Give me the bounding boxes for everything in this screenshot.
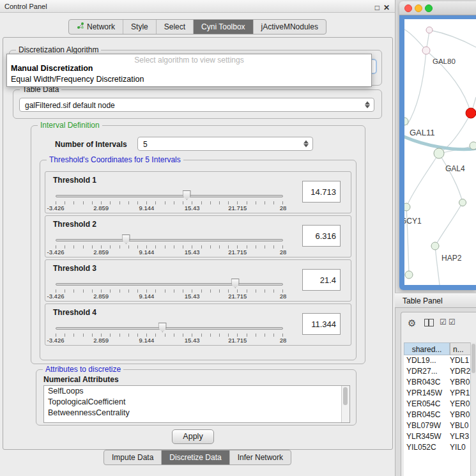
- tick-label: 28: [280, 337, 287, 344]
- tick-label: 15.43: [185, 337, 200, 344]
- slider-track[interactable]: [56, 327, 283, 330]
- slider-thumb[interactable]: [183, 190, 191, 200]
- table-row[interactable]: YIL052C YIL0: [404, 442, 472, 453]
- threshold-4-value-field[interactable]: 11.344: [302, 313, 341, 335]
- threshold-2-value-field[interactable]: 6.316: [302, 225, 341, 247]
- cell-shared-name: YER054C: [404, 399, 447, 410]
- slider-tick-labels: -3.426 2.859 9.144 15.43 21.715 28: [56, 204, 283, 211]
- tab-discretize-data[interactable]: Discretize Data: [162, 450, 229, 464]
- table-scrollbar[interactable]: [470, 342, 476, 476]
- cell-shared-name: YIL052C: [404, 442, 447, 453]
- slider-track[interactable]: [56, 239, 283, 242]
- tab-network[interactable]: Network: [69, 20, 123, 34]
- node[interactable]: [426, 27, 433, 33]
- float-window-icon[interactable]: □: [375, 1, 380, 14]
- scrollbar-thumb[interactable]: [472, 344, 475, 373]
- table-row[interactable]: YBR043C YBR0: [404, 377, 472, 388]
- table-row[interactable]: YER054C YER0: [404, 399, 472, 410]
- tab-impute-data[interactable]: Impute Data: [104, 450, 162, 464]
- list-item[interactable]: BetweennessCentrality: [44, 408, 349, 418]
- network-window-titlebar[interactable]: [399, 1, 476, 15]
- node-hap2[interactable]: [431, 242, 439, 250]
- node-label-gal4: GAL4: [445, 164, 465, 173]
- tick-label: 9.144: [139, 249, 155, 256]
- highlighted-edge[interactable]: [404, 135, 476, 150]
- table-row[interactable]: YLR345W YLR3: [404, 431, 472, 442]
- slider-track[interactable]: [56, 195, 283, 197]
- gear-icon[interactable]: ⚙: [408, 318, 416, 329]
- table-panel-header[interactable]: Table Panel: [395, 293, 476, 308]
- number-of-intervals-label: Number of Intervals: [55, 140, 127, 149]
- node-gcy1[interactable]: [404, 203, 410, 211]
- cell-name: YBR0: [447, 377, 472, 388]
- threshold-1-slider[interactable]: [56, 190, 283, 201]
- columns-icon[interactable]: [424, 319, 434, 326]
- node[interactable]: [405, 271, 413, 279]
- tick-label: 21.715: [228, 204, 247, 211]
- threshold-4-box: Threshold 4 -3.426 2.859 9.144 15.43 21.…: [45, 303, 351, 346]
- stepper-icon: [303, 141, 309, 148]
- tab-network-label: Network: [87, 20, 115, 34]
- tick-label: 9.144: [139, 204, 155, 211]
- select-all-checkbox-icon[interactable]: ☑: [440, 318, 447, 326]
- node-red-selected[interactable]: [466, 108, 476, 118]
- close-icon[interactable]: ✕: [383, 1, 390, 14]
- node[interactable]: [470, 142, 476, 150]
- tab-style-label: Style: [131, 20, 148, 34]
- tick-label: 15.43: [185, 204, 200, 211]
- discretization-algorithm-label: Discretization Algorithm: [16, 45, 101, 54]
- table-data-combo-value: galFiltered.sif default node: [25, 101, 115, 110]
- tab-infer-network[interactable]: Infer Network: [230, 450, 291, 464]
- tab-cyni-toolbox[interactable]: Cyni Toolbox: [194, 20, 253, 34]
- close-traffic-icon[interactable]: [404, 4, 412, 12]
- popup-option-equal-width-frequency[interactable]: Equal Width/Frequency Discretization: [11, 75, 144, 84]
- threshold-3-value-field[interactable]: 21.4: [302, 269, 341, 291]
- slider-thumb[interactable]: [231, 279, 240, 288]
- node[interactable]: [459, 199, 466, 206]
- table-data-combo[interactable]: galFiltered.sif default node: [19, 98, 374, 112]
- minimize-traffic-icon[interactable]: [415, 4, 422, 12]
- tab-jactivemnodules[interactable]: jActiveMNodules: [254, 20, 326, 34]
- slider-track[interactable]: [56, 283, 283, 286]
- apply-button[interactable]: Apply: [172, 429, 214, 444]
- network-canvas[interactable]: GAL80 GAL11 GAL4 GCY1 HAP2: [404, 19, 476, 285]
- node-label-gcy1: GCY1: [404, 217, 422, 226]
- threshold-2-slider[interactable]: [56, 234, 283, 245]
- threshold-2-label: Threshold 2: [53, 220, 96, 229]
- slider-thumb[interactable]: [122, 234, 130, 244]
- column-header-shared-name[interactable]: shared...: [404, 342, 450, 355]
- popup-option-manual-discretization[interactable]: Manual Discretization: [11, 64, 93, 73]
- list-item[interactable]: SelfLoops: [44, 386, 349, 397]
- tab-discretize-data-label: Discretize Data: [169, 450, 221, 464]
- node-label-gal80: GAL80: [433, 58, 456, 65]
- number-of-intervals-combo[interactable]: 5: [137, 137, 313, 151]
- table-body: YDL19... YDL1 YDR27... YDR2 YBR043C YBR0…: [404, 355, 472, 476]
- tab-style[interactable]: Style: [123, 20, 157, 34]
- table-row[interactable]: YDL19... YDL1: [404, 355, 472, 366]
- tab-select-label: Select: [164, 20, 185, 34]
- attributes-list-scrollbar[interactable]: [341, 386, 349, 422]
- tick-label: 21.715: [228, 249, 247, 256]
- table-row[interactable]: YBL079W YBL0: [404, 420, 472, 431]
- deselect-all-checkbox-icon[interactable]: ☑: [449, 318, 456, 326]
- table-row[interactable]: YPR145W YPR1: [404, 388, 472, 399]
- network-view-window: GAL80 GAL11 GAL4 GCY1 HAP2: [399, 1, 476, 290]
- threshold-3-slider[interactable]: [56, 278, 283, 289]
- node-gal4[interactable]: [434, 148, 444, 158]
- threshold-1-value-field[interactable]: 14.713: [302, 181, 341, 203]
- threshold-1-label: Threshold 1: [53, 176, 96, 185]
- scrollbar-thumb[interactable]: [343, 387, 348, 405]
- node-gal80[interactable]: [422, 47, 430, 54]
- cell-name: YPR1: [447, 388, 472, 399]
- threshold-4-slider[interactable]: [56, 322, 283, 334]
- tick-label: 9.144: [139, 293, 155, 300]
- table-row[interactable]: YDR27... YDR2: [404, 366, 472, 377]
- zoom-traffic-icon[interactable]: [425, 4, 433, 12]
- tick-label: 2.859: [93, 293, 109, 300]
- slider-thumb[interactable]: [158, 323, 167, 332]
- control-panel-titlebar[interactable]: Control Panel □ ✕: [0, 0, 395, 13]
- bottom-tab-group: Impute Data Discretize Data Infer Networ…: [104, 450, 291, 465]
- tab-select[interactable]: Select: [157, 20, 194, 34]
- list-item[interactable]: TopologicalCoefficient: [44, 397, 349, 408]
- table-row[interactable]: YBR045C YBR0: [404, 410, 472, 420]
